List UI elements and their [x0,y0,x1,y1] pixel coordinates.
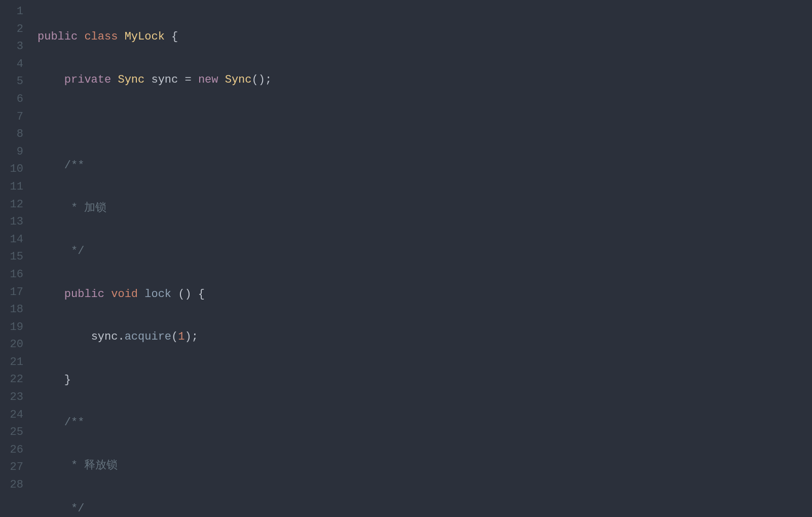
code-line[interactable]: public class MyLock { [38,28,812,46]
line-number: 20 [0,336,28,354]
comment: */ [64,502,85,515]
punct: (); [252,73,272,86]
punct: = [184,73,191,86]
code-editor[interactable]: 1 2 3 4 5 6 7 8 9 10 11 12 13 14 15 16 1… [0,0,812,517]
line-number: 3 [0,38,28,56]
code-line[interactable]: /** [38,414,812,432]
line-number: 4 [0,56,28,73]
line-number: 13 [0,213,28,231]
line-number: 5 [0,73,28,91]
code-line[interactable]: } [38,372,812,389]
line-number-gutter: 1 2 3 4 5 6 7 8 9 10 11 12 13 14 15 16 1… [0,3,28,517]
line-number: 26 [0,441,28,459]
comment: */ [64,245,85,257]
line-number: 1 [0,3,28,21]
line-number: 22 [0,371,28,389]
line-number: 2 [0,21,28,39]
line-number: 23 [0,389,28,407]
line-number: 16 [0,266,28,284]
code-line[interactable]: /** [38,157,812,175]
line-number: 24 [0,407,28,424]
line-number: 11 [0,178,28,196]
number: 1 [178,330,184,343]
keyword: private [64,73,111,86]
code-line[interactable]: */ [38,243,812,261]
code-line[interactable] [38,114,812,132]
line-number: 9 [0,143,28,161]
line-number: 19 [0,319,28,337]
line-number: 28 [0,476,28,494]
punct: ( [171,330,178,343]
line-number: 21 [0,354,28,372]
type: Sync [118,73,144,86]
ident: sync. [91,330,125,343]
keyword: public [64,288,104,301]
line-number: 12 [0,196,28,214]
line-number: 25 [0,424,28,441]
punct: } [64,374,71,386]
line-number: 7 [0,108,28,126]
line-number: 8 [0,126,28,143]
type: Sync [225,73,252,86]
code-line[interactable]: * 释放锁 [38,457,812,475]
line-number: 17 [0,284,28,302]
code-line[interactable]: private Sync sync = new Sync(); [38,71,812,89]
keyword: new [198,73,218,86]
punct: { [171,30,178,43]
line-number: 14 [0,231,28,249]
keyword: class [84,30,118,43]
code-line[interactable]: public void lock () { [38,286,812,304]
method-name: acquire [125,330,171,343]
line-number: 6 [0,91,28,108]
keyword: void [111,288,138,301]
code-line[interactable]: * 加锁 [38,200,812,217]
code-line[interactable]: sync.acquire(1); [38,328,812,346]
code-line[interactable]: */ [38,500,812,517]
method-name: lock [144,288,171,301]
comment: /** [64,416,85,429]
code-area[interactable]: public class MyLock { private Sync sync … [28,3,812,517]
comment: * 释放锁 [64,459,118,472]
punct: ); [184,330,198,343]
keyword: public [38,30,78,43]
line-number: 10 [0,161,28,178]
punct: () { [178,288,205,301]
line-number: 27 [0,459,28,476]
line-number: 15 [0,248,28,266]
line-number: 18 [0,301,28,319]
ident: sync [151,73,178,86]
comment: * 加锁 [64,202,107,214]
class-name: MyLock [125,30,165,43]
comment: /** [64,159,85,172]
